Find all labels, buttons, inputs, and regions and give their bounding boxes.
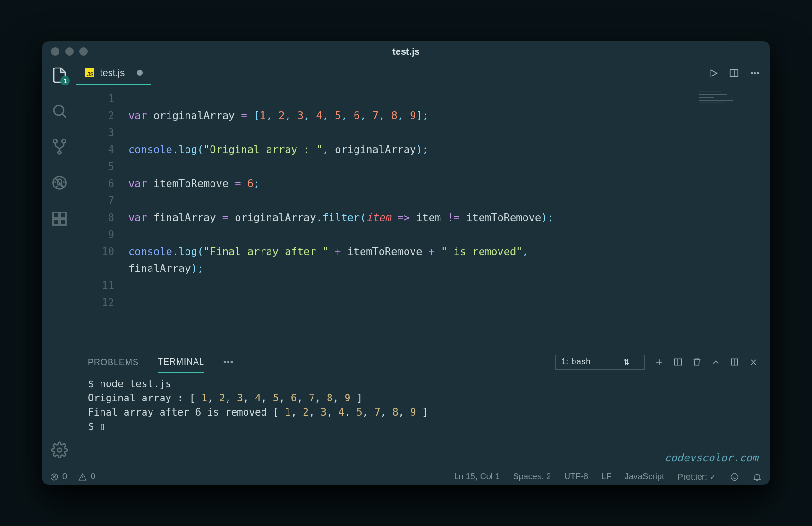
explorer-icon[interactable]: 1 <box>50 66 69 85</box>
panel-up-icon[interactable] <box>711 357 720 367</box>
debug-disabled-icon[interactable] <box>50 173 69 192</box>
minimize-window-button[interactable] <box>65 47 74 56</box>
code-editor[interactable]: 12345678910 1112 var originalArray = [1,… <box>76 85 770 350</box>
svg-rect-5 <box>53 212 59 218</box>
source-control-icon[interactable] <box>50 137 69 156</box>
line-gutter: 12345678910 1112 <box>76 90 128 350</box>
extensions-icon[interactable] <box>50 209 69 228</box>
window-title: test.js <box>392 46 420 57</box>
code-content[interactable]: var originalArray = [1, 2, 3, 4, 5, 6, 7… <box>128 90 770 350</box>
tab-bar: JS test.js <box>76 62 770 85</box>
main-area: JS test.js 12345678910 1112 var original… <box>76 62 770 468</box>
status-prettier[interactable]: Prettier: ✓ <box>677 472 717 482</box>
more-actions-icon[interactable] <box>750 68 760 78</box>
close-window-button[interactable] <box>51 47 59 56</box>
js-file-icon: JS <box>85 68 94 77</box>
split-editor-icon[interactable] <box>729 68 739 78</box>
watermark-text: codevscolor.com <box>664 451 758 465</box>
panel-close-icon[interactable] <box>749 357 758 367</box>
status-spaces[interactable]: Spaces: 2 <box>513 472 551 482</box>
maximize-window-button[interactable] <box>79 47 88 56</box>
dirty-indicator-icon <box>137 70 143 76</box>
terminal-output[interactable]: $ node test.jsOriginal array : [ 1, 2, 3… <box>76 374 770 468</box>
terminal-tab[interactable]: TERMINAL <box>158 352 204 373</box>
status-errors[interactable]: 0 <box>50 472 67 482</box>
svg-point-1 <box>53 139 57 143</box>
tab-actions <box>708 62 770 85</box>
main-body: 1 JS test.js <box>42 62 770 468</box>
status-feedback-icon[interactable] <box>730 472 739 482</box>
status-bar: 0 0 Ln 15, Col 1 Spaces: 2 UTF-8 LF Java… <box>42 468 770 485</box>
svg-point-9 <box>58 448 62 452</box>
svg-point-2 <box>62 139 66 143</box>
svg-point-12 <box>754 73 756 74</box>
activity-bar: 1 <box>42 62 76 468</box>
explorer-badge: 1 <box>60 76 70 85</box>
search-icon[interactable] <box>50 102 69 120</box>
svg-point-3 <box>58 151 61 154</box>
panel-actions: 1: bash⇅ <box>555 355 758 370</box>
bottom-panel: PROBLEMS TERMINAL ••• 1: bash⇅ $ node te… <box>76 350 770 468</box>
svg-point-13 <box>757 73 759 74</box>
svg-point-0 <box>54 105 64 115</box>
file-tab[interactable]: JS test.js <box>76 62 151 85</box>
editor-window: test.js 1 <box>42 41 770 485</box>
kill-terminal-icon[interactable] <box>692 357 702 367</box>
status-language[interactable]: JavaScript <box>625 472 664 482</box>
titlebar: test.js <box>42 41 770 62</box>
panel-more-icon[interactable]: ••• <box>223 353 234 372</box>
svg-point-11 <box>751 73 753 74</box>
svg-rect-8 <box>60 220 66 225</box>
run-icon[interactable] <box>708 68 719 78</box>
window-controls <box>51 47 88 56</box>
status-encoding[interactable]: UTF-8 <box>564 472 588 482</box>
minimap[interactable]: ▬▬▬▬▬▬▬▬▬▬▬▬▬▬▬▬▬▬▬▬▬▬▬▬▬▬▬▬▬▬▬▬▬▬▬▬▬▬▬▬… <box>699 90 765 119</box>
panel-tabs: PROBLEMS TERMINAL ••• 1: bash⇅ <box>76 350 770 374</box>
status-cursor-pos[interactable]: Ln 15, Col 1 <box>454 472 500 482</box>
editor-area: 12345678910 1112 var originalArray = [1,… <box>76 85 770 350</box>
tab-filename: test.js <box>100 68 125 78</box>
new-terminal-icon[interactable] <box>654 357 664 367</box>
svg-rect-7 <box>53 220 59 225</box>
status-eol[interactable]: LF <box>601 472 611 482</box>
svg-rect-6 <box>60 212 66 218</box>
problems-tab[interactable]: PROBLEMS <box>88 353 139 372</box>
panel-maximize-icon[interactable] <box>730 357 739 367</box>
terminal-dropdown[interactable]: 1: bash⇅ <box>555 355 645 370</box>
status-bell-icon[interactable] <box>753 472 762 482</box>
status-warnings[interactable]: 0 <box>78 472 95 482</box>
settings-gear-icon[interactable] <box>50 441 69 459</box>
svg-point-17 <box>731 473 738 480</box>
split-terminal-icon[interactable] <box>673 357 683 367</box>
